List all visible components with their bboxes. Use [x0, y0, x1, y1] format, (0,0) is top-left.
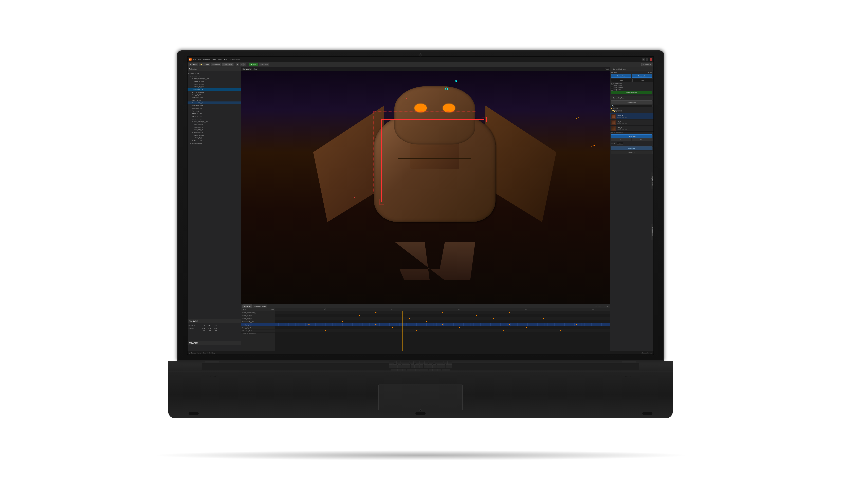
tree-item-18[interactable]: ▶ index_metacarpal_l_ctrl — [188, 120, 241, 123]
weight-input[interactable] — [617, 142, 623, 145]
key-btn[interactable]: Key — [611, 138, 631, 141]
tree-item-26[interactable]: ShowBodyControls — [188, 142, 241, 144]
key-2[interactable] — [397, 364, 401, 368]
track-6[interactable]: ShowBodyControls — [241, 329, 275, 332]
tree-item-14[interactable]: ▼ fingers_l_space — [188, 110, 241, 112]
snap-input-2[interactable] — [632, 79, 653, 82]
track-2[interactable]: middle_02_l_ctrl — [241, 317, 275, 320]
maximize-button[interactable]: □ — [646, 58, 648, 61]
minus-btn[interactable]: Minus — [632, 138, 652, 141]
view-label[interactable]: Show — [253, 68, 258, 70]
create-pose-btn[interactable]: Create Pose — [611, 101, 652, 104]
menu-edit[interactable]: Edit — [198, 58, 201, 60]
tree-item-23[interactable]: middle_02_l_ctrl — [188, 134, 241, 137]
snap-animation-btn[interactable]: Snap Animation — [611, 91, 652, 94]
blueprints-button[interactable]: Blueprints — [211, 63, 221, 66]
snap-input-1[interactable] — [611, 79, 632, 82]
close-button[interactable]: ✕ — [650, 58, 652, 61]
content-button[interactable]: 📁 Content — [199, 63, 210, 66]
tree-item-4[interactable]: middle_02_l_ctrl — [188, 83, 241, 85]
settings-button[interactable]: ⚙ Settings — [641, 63, 652, 66]
scale-tool[interactable]: ⤢ — [243, 63, 246, 66]
track-3[interactable]: Transform01_l_ctrl — [241, 320, 275, 323]
tree-item-16[interactable]: thumb_02_l_ctrl — [188, 115, 241, 118]
tree-item-3[interactable]: middle_01_l_ctrl — [188, 80, 241, 83]
translate-tool[interactable]: ⊕ — [236, 63, 239, 66]
tree-item-20[interactable]: index_02_l_ctrl — [188, 126, 241, 128]
platforms-button[interactable]: Platforms — [259, 63, 269, 66]
cmd-label[interactable]: Cmd — [203, 352, 206, 354]
tree-item-5[interactable]: middle_03_l_ctrl — [188, 85, 241, 88]
key-mirror-btn[interactable]: Key Mirror — [611, 146, 652, 150]
tree-item-1[interactable]: ▶ hand_02_l_ctrl — [188, 75, 241, 77]
tree-item-19[interactable]: index_01_l_ctrl — [188, 123, 241, 126]
output-log-label[interactable]: Output Log — [207, 352, 215, 354]
key-0[interactable] — [432, 364, 436, 368]
parent-select-actor-btn[interactable]: Select Actor — [632, 74, 652, 78]
scene-layers-tab[interactable]: Scene Layers — [651, 223, 653, 240]
paste-pose-btn[interactable]: Paste Pose — [611, 134, 652, 138]
key-4[interactable] — [406, 364, 410, 368]
tree-item-7[interactable]: ▼ arm_l_ik_ctrl_space — [188, 91, 241, 93]
folder-aw[interactable]: AncientWorld — [615, 110, 622, 111]
tree-item-6[interactable]: Transform01_l_ctrl — [188, 88, 241, 91]
menu-build[interactable]: Build — [218, 58, 222, 60]
control-rig-pose-header[interactable]: ▼ Control Rig Pose ▾ — [610, 96, 653, 100]
key-7[interactable] — [419, 364, 423, 368]
trackpad[interactable] — [378, 384, 463, 411]
track-1[interactable]: middle_01_l_ctrl — [241, 314, 275, 317]
content-drawer-btn[interactable]: ▲ Content Drawer — [189, 352, 201, 354]
control-rig-snap-header[interactable]: ▼ Control Rig Snap ▾ — [610, 67, 653, 71]
pose-item-0[interactable]: Attack_R Control Rig Pose — [610, 113, 653, 120]
tree-item-15[interactable]: thumb_01_l_ctrl — [188, 112, 241, 115]
snap-pos-checkbox[interactable] — [611, 85, 613, 86]
rotate-tool[interactable]: ↻ — [240, 63, 243, 66]
key-6[interactable] — [415, 364, 419, 368]
select-co-btn[interactable]: Select Co — [611, 151, 652, 155]
folder-content[interactable]: Content — [613, 108, 618, 110]
child-select-actor-btn[interactable]: Select Actor — [611, 74, 631, 78]
folder-chars[interactable]: Characters — [616, 111, 622, 112]
key-5[interactable] — [411, 364, 415, 368]
viewport-container[interactable]: Perspective Show 0.25 — [241, 67, 610, 304]
tree-item-22[interactable]: ▶ middle_01_l_ctrl — [188, 131, 241, 134]
perspective-label[interactable]: Perspective — [242, 68, 252, 70]
track-0[interactable]: middle_metacarpal_l_c — [241, 311, 275, 314]
tree-item-25[interactable]: ▶ ring_01_l_ctrl — [188, 139, 241, 142]
key-8[interactable] — [424, 364, 428, 368]
sequence-curve-tab[interactable]: Sequence Curve — [253, 304, 267, 308]
snap-scale-checkbox[interactable] — [611, 89, 613, 91]
menu-help[interactable]: Help — [224, 58, 228, 60]
menu-window[interactable]: Window — [203, 58, 210, 60]
pose-item-1[interactable]: Fist_L Control Rig Pose — [610, 120, 653, 126]
tree-item-9[interactable]: lowerarm_l_fk_ctrl — [188, 96, 241, 99]
tree-item-11[interactable]: Transform01_l_ctrl — [188, 102, 241, 104]
key-equals[interactable] — [441, 364, 445, 368]
key-1[interactable] — [393, 364, 397, 368]
tree-item-13[interactable]: upperArm0l_ctrl — [188, 107, 241, 110]
menu-file[interactable]: File — [193, 58, 196, 60]
tree-item-2[interactable]: ▶ middle_metacarpal_l_ctrl — [188, 77, 241, 80]
sequencer-tab[interactable]: Sequencer — [242, 304, 253, 308]
tree-item-10[interactable]: hand_l_fk_ctrl — [188, 99, 241, 102]
world-outliner-tab[interactable]: World Outliner — [651, 173, 653, 189]
seq-timeline[interactable]: 100 200 300 400 500 — [275, 308, 610, 351]
minimize-button[interactable]: — — [642, 58, 645, 61]
cinematics-button[interactable]: Cinematics — [222, 63, 233, 66]
tree-item-24[interactable]: middle_03_l_ctrl — [188, 137, 241, 139]
key-minus[interactable] — [437, 364, 441, 368]
outliner-filter-icon[interactable]: ▼ — [238, 68, 240, 70]
create-button[interactable]: + Create — [189, 63, 198, 66]
key-backtick[interactable] — [389, 364, 393, 368]
track-5[interactable]: hand_l_ik_ctrl — [241, 326, 275, 329]
tree-item-17[interactable]: thumb_03_l_ctrl — [188, 118, 241, 120]
source-control-label[interactable]: ⑃ Source Control — [641, 352, 652, 354]
key-9[interactable] — [428, 364, 432, 368]
track-4[interactable]: arm_l_pc_ik_ctrl — [241, 323, 275, 326]
play-button[interactable]: ▶ Play — [249, 63, 258, 66]
snap-rot-checkbox[interactable] — [611, 87, 613, 88]
tree-item-0[interactable]: ▶ ⬡ root_01_ctrl — [188, 72, 241, 75]
key-backspace[interactable] — [446, 364, 452, 368]
pose-item-2[interactable]: Palm_P Control Rig Pose — [610, 126, 653, 131]
key-3[interactable] — [402, 364, 406, 368]
